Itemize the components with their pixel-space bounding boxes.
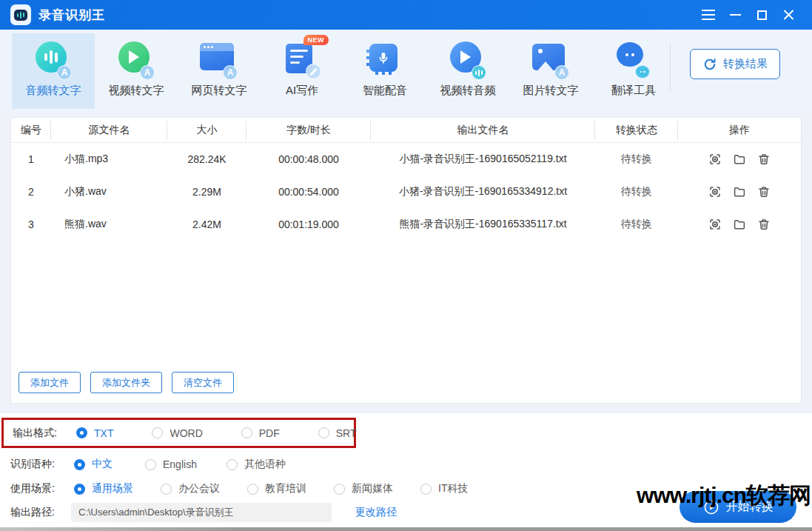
radio-education[interactable]: 教育培训	[247, 482, 334, 495]
output-filename: 小猪-录音识别王-1690165334912.txt	[371, 185, 595, 198]
maximize-button[interactable]	[748, 4, 775, 26]
start-conversion-button[interactable]: 开始转换	[680, 491, 796, 523]
source-filename: 小猪.wav	[51, 185, 167, 198]
preview-icon[interactable]	[708, 218, 722, 231]
tab-label: 网页转文字	[192, 84, 247, 98]
table-header-row: 编号 源文件名 大小 字数/时长 输出文件名 转换状态 操作	[11, 118, 801, 143]
radio-english[interactable]: English	[145, 458, 227, 471]
window-controls	[695, 4, 802, 26]
delete-icon[interactable]	[757, 185, 771, 198]
col-source-file: 源文件名	[51, 124, 167, 137]
file-table: 编号 源文件名 大小 字数/时长 输出文件名 转换状态 操作 1 小猫.mp3 …	[10, 117, 802, 404]
tab-label: 图片转文字	[523, 84, 579, 98]
smart-dubbing-icon	[364, 39, 406, 81]
tab-label: 智能配音	[363, 84, 407, 98]
toolbar-divider	[670, 43, 671, 92]
radio-pdf[interactable]: PDF	[241, 427, 280, 439]
source-filename: 小猫.mp3	[51, 153, 167, 166]
output-format-row-highlight: 输出格式: TXT WORD PDF SRT	[1, 418, 356, 448]
radio-word[interactable]: WORD	[152, 427, 202, 439]
tab-label: 视频转音频	[440, 84, 496, 98]
row-number: 1	[11, 153, 51, 165]
scenario-row: 使用场景: 通用场景 办公会议 教育培训 新闻媒体 IT科技	[10, 478, 507, 500]
output-filename: 小猫-录音识别王-1690165052119.txt	[371, 153, 595, 166]
scenario-options: 通用场景 办公会议 教育培训 新闻媒体 IT科技	[74, 482, 507, 495]
scenario-label: 使用场景:	[10, 482, 64, 495]
file-size: 2.42M	[167, 218, 246, 230]
tab-web-to-text[interactable]: A 网页转文字	[178, 33, 261, 109]
preview-icon[interactable]	[708, 153, 722, 166]
output-path-label: 输出路径:	[10, 506, 64, 519]
radio-it-tech[interactable]: IT科技	[420, 482, 507, 495]
tab-label: 翻译工具	[611, 84, 656, 98]
radio-icon	[227, 459, 238, 470]
status-badge: 待转换	[595, 153, 678, 166]
language-label: 识别语种:	[10, 458, 64, 471]
tab-video-to-audio[interactable]: 视频转音频	[426, 33, 509, 109]
status-badge: 待转换	[595, 218, 678, 231]
tab-smart-dubbing[interactable]: 智能配音	[343, 33, 426, 109]
row-operations	[678, 153, 801, 166]
results-button-label: 转换结果	[723, 57, 768, 71]
audio-to-text-icon: A	[33, 39, 74, 81]
add-file-button[interactable]: 添加文件	[19, 372, 81, 393]
source-filename: 熊猫.wav	[51, 218, 167, 231]
change-path-link[interactable]: 更改路径	[355, 506, 397, 519]
titlebar: 录音识别王	[0, 0, 812, 30]
radio-icon	[145, 459, 156, 470]
menu-icon[interactable]	[695, 4, 722, 26]
table-row[interactable]: 2 小猪.wav 2.29M 00:00:54.000 小猪-录音识别王-169…	[11, 176, 801, 208]
radio-srt[interactable]: SRT	[318, 427, 357, 439]
tab-audio-to-text[interactable]: A 音频转文字	[12, 33, 95, 109]
tab-translate-tool[interactable]: 翻译工具	[592, 33, 675, 109]
col-duration: 字数/时长	[246, 124, 371, 137]
radio-news-media[interactable]: 新闻媒体	[334, 482, 420, 495]
row-operations	[678, 218, 801, 231]
duration: 00:00:48.000	[246, 153, 371, 165]
tab-video-to-text[interactable]: A 视频转文字	[95, 33, 178, 109]
sound-badge-icon	[472, 65, 486, 80]
tab-image-to-text[interactable]: A 图片转文字	[509, 33, 592, 109]
open-folder-icon[interactable]	[733, 153, 746, 166]
file-size: 2.29M	[167, 186, 246, 198]
start-button-label: 开始转换	[726, 499, 774, 515]
radio-icon	[152, 427, 163, 438]
radio-chinese[interactable]: 中文	[74, 458, 145, 471]
preview-icon[interactable]	[708, 185, 722, 198]
app-title: 录音识别王	[38, 7, 105, 24]
output-path-field[interactable]: C:\Users\admin\Desktop\录音识别王	[71, 503, 332, 522]
language-options: 中文 English 其他语种	[74, 458, 286, 471]
delete-icon[interactable]	[757, 218, 771, 231]
table-footer-buttons: 添加文件 添加文件夹 清空文件	[19, 372, 234, 393]
radio-txt[interactable]: TXT	[76, 427, 113, 439]
open-folder-icon[interactable]	[733, 185, 746, 198]
radio-other-language[interactable]: 其他语种	[227, 458, 286, 471]
status-badge: 待转换	[595, 185, 678, 198]
table-row[interactable]: 1 小猫.mp3 282.24K 00:00:48.000 小猫-录音识别王-1…	[11, 143, 801, 176]
radio-icon	[318, 427, 329, 438]
close-button[interactable]	[775, 4, 802, 26]
row-operations	[678, 185, 801, 198]
tab-label: 音频转文字	[26, 84, 81, 98]
radio-office-meeting[interactable]: 办公会议	[161, 482, 247, 495]
radio-icon	[76, 427, 87, 438]
radio-icon	[334, 484, 345, 495]
duration: 00:00:54.000	[246, 186, 371, 198]
clear-files-button[interactable]: 清空文件	[172, 372, 234, 393]
video-to-text-icon: A	[115, 39, 157, 81]
translate-tool-icon	[613, 39, 654, 81]
tab-ai-writing[interactable]: NEW AI写作	[261, 33, 343, 109]
output-format-options: TXT WORD PDF SRT	[76, 427, 357, 439]
open-folder-icon[interactable]	[733, 218, 746, 231]
output-filename: 熊猫-录音识别王-1690165335117.txt	[371, 218, 595, 231]
col-output-file: 输出文件名	[371, 124, 595, 137]
radio-general-scene[interactable]: 通用场景	[74, 482, 161, 495]
minimize-button[interactable]	[722, 4, 748, 26]
language-row: 识别语种: 中文 English 其他语种	[10, 453, 286, 475]
add-folder-button[interactable]: 添加文件夹	[90, 372, 162, 393]
col-number: 编号	[11, 124, 51, 137]
radio-icon	[74, 484, 85, 495]
table-row[interactable]: 3 熊猫.wav 2.42M 00:01:19.000 熊猫-录音识别王-169…	[11, 208, 801, 241]
conversion-results-button[interactable]: 转换结果	[690, 49, 780, 79]
delete-icon[interactable]	[757, 153, 771, 166]
